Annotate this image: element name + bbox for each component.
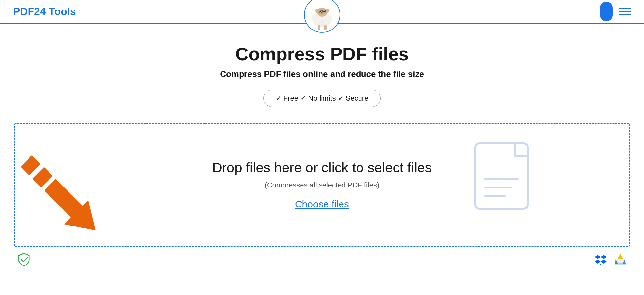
dropbox-icon[interactable]	[594, 252, 608, 267]
file-bg-icon	[472, 140, 544, 230]
svg-marker-33	[615, 259, 626, 264]
svg-point-8	[319, 11, 321, 12]
svg-point-9	[323, 11, 325, 12]
user-icon[interactable]	[600, 2, 613, 21]
google-drive-icon[interactable]	[613, 252, 628, 267]
header-actions	[600, 2, 631, 21]
choose-files-button[interactable]: Choose files	[295, 199, 349, 210]
page-title: Compress PDF files	[235, 43, 409, 65]
drop-zone-wrapper: Drop files here or click to select files…	[14, 123, 630, 267]
svg-point-13	[321, 13, 323, 14]
drop-zone[interactable]: Drop files here or click to select files…	[14, 123, 630, 247]
footer-bar	[14, 252, 630, 267]
hamburger-menu-icon[interactable]	[619, 8, 631, 15]
drop-text-sub: (Compresses all selected PDF files)	[265, 181, 380, 189]
svg-marker-31	[618, 254, 623, 259]
svg-point-5	[314, 17, 321, 24]
svg-point-27	[600, 264, 601, 265]
svg-rect-23	[475, 143, 528, 209]
features-text: ✓ Free ✓ No limits ✓ Secure	[276, 94, 369, 103]
logo[interactable]: PDF24 Tools	[13, 6, 76, 18]
drop-text-main: Drop files here or click to select files	[212, 160, 432, 176]
main-content: Compress PDF files Compress PDF files on…	[0, 24, 644, 280]
features-badge: ✓ Free ✓ No limits ✓ Secure	[263, 90, 381, 107]
header: PDF24 Tools	[0, 0, 644, 24]
file-document-icon	[472, 140, 544, 228]
page-subtitle: Compress PDF files online and reduce the…	[220, 69, 424, 79]
security-shield-icon	[17, 252, 31, 267]
svg-point-6	[324, 17, 330, 24]
cloud-storage-icons	[594, 252, 628, 267]
